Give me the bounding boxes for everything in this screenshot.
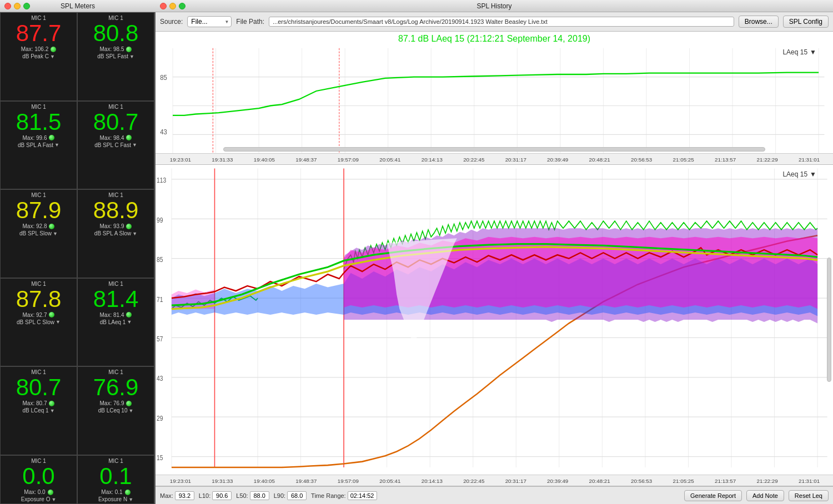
svg-text:43: 43 (160, 128, 167, 137)
spl-meters-title: SPL Meters (61, 2, 95, 10)
meter-indicator-0 (51, 47, 56, 52)
svg-text:99: 99 (157, 216, 163, 224)
meter-value-2: 81.5 (16, 110, 62, 134)
svg-text:20:31:17: 20:31:17 (505, 478, 526, 484)
svg-text:19:23:01: 19:23:01 (170, 478, 191, 484)
chart1-scrollbar[interactable] (223, 147, 765, 152)
svg-text:19:23:01: 19:23:01 (170, 157, 191, 163)
meter-type-arrow-1[interactable]: ▼ (129, 54, 134, 59)
max-label: Max: (160, 492, 173, 499)
maximize-button-left[interactable] (23, 3, 30, 9)
meter-type-1: dB SPL Fast (97, 53, 128, 59)
svg-text:57: 57 (157, 335, 163, 342)
meter-max-row-10: Max: 0.0 (24, 489, 53, 495)
source-label: Source: (160, 18, 183, 26)
meter-indicator-4 (49, 224, 54, 229)
meter-value-6: 87.8 (16, 288, 62, 311)
svg-text:21:13:57: 21:13:57 (715, 478, 736, 484)
source-select-wrapper[interactable]: File... (187, 16, 232, 27)
meter-type-row-1: dB SPL Fast ▼ (97, 53, 134, 59)
meter-max-label-6: Max: 92.7 (23, 312, 47, 318)
time-axis-1-svg: 19:23:01 19:31:33 19:40:05 19:48:37 19:5… (155, 154, 833, 165)
meter-max-label-8: Max: 80.7 (23, 400, 47, 406)
svg-text:21:31:01: 21:31:01 (799, 478, 820, 484)
meter-type-arrow-8[interactable]: ▼ (50, 408, 55, 414)
meter-type-arrow-11[interactable]: ▼ (128, 497, 133, 502)
minimize-button-right[interactable] (169, 3, 176, 9)
minimize-button-left[interactable] (14, 3, 21, 9)
meter-max-label-7: Max: 81.4 (100, 312, 124, 318)
meter-type-arrow-2[interactable]: ▼ (54, 142, 59, 148)
time-axis-2: 19:23:01 19:31:33 19:40:05 19:48:37 19:5… (155, 475, 833, 486)
svg-text:19:57:09: 19:57:09 (338, 157, 359, 163)
filepath-input[interactable] (269, 17, 734, 27)
generate-report-button[interactable]: Generate Report (684, 490, 742, 501)
meter-value-3: 80.7 (93, 110, 139, 134)
meter-max-label-1: Max: 98.5 (100, 46, 124, 52)
meter-type-arrow-10[interactable]: ▼ (51, 497, 56, 502)
svg-text:20:22:45: 20:22:45 (463, 478, 484, 484)
window-controls-left (4, 3, 30, 9)
meter-type-arrow-7[interactable]: ▼ (127, 319, 132, 325)
spl-config-button[interactable]: SPL Config (783, 16, 829, 28)
meter-type-row-5: dB SPL A Slow ▼ (94, 230, 137, 236)
stat-l10: L10: 90.6 (199, 491, 232, 500)
meter-max-label-3: Max: 98.4 (100, 135, 124, 141)
reset-leq-button[interactable]: Reset Leq (789, 490, 829, 501)
maximize-button-right[interactable] (179, 3, 185, 9)
svg-text:113: 113 (157, 176, 166, 184)
meter-type-6: dB SPL C Slow (17, 319, 54, 325)
meter-max-row-9: Max: 76.9 (100, 400, 132, 406)
max-value: 93.2 (175, 491, 194, 500)
meter-max-row-7: Max: 81.4 (100, 312, 132, 318)
meter-type-arrow-5[interactable]: ▼ (132, 231, 137, 236)
time-axis-1: 19:23:01 19:31:33 19:40:05 19:48:37 19:5… (155, 154, 833, 165)
l10-label: L10: (199, 492, 210, 499)
meter-indicator-9 (126, 401, 132, 406)
svg-text:21:05:25: 21:05:25 (673, 157, 694, 163)
meter-max-row-3: Max: 98.4 (100, 135, 132, 141)
spl-meters-panel: MIC 1 87.7 Max: 106.2 dB Peak C ▼ MIC 1 … (0, 12, 155, 504)
svg-text:19:31:33: 19:31:33 (212, 478, 233, 484)
meter-type-arrow-9[interactable]: ▼ (128, 408, 133, 414)
meter-max-row-5: Max: 93.9 (100, 223, 132, 229)
spl-history-panel: Source: File... File Path: Browse... SPL… (155, 12, 833, 504)
meter-indicator-1 (126, 47, 132, 52)
svg-text:20:05:41: 20:05:41 (379, 157, 400, 163)
meter-cell-1: MIC 1 80.8 Max: 98.5 dB SPL Fast ▼ (77, 12, 154, 101)
meter-max-row-2: Max: 99.6 (23, 135, 55, 141)
meter-type-arrow-3[interactable]: ▼ (132, 142, 137, 148)
add-note-button[interactable]: Add Note (746, 490, 784, 501)
meter-max-row-8: Max: 80.7 (23, 400, 55, 406)
meter-type-arrow-6[interactable]: ▼ (56, 319, 61, 325)
meter-type-arrow-4[interactable]: ▼ (53, 231, 58, 236)
stat-time-range: Time Range: 02:14:52 (311, 491, 377, 500)
svg-text:19:48:37: 19:48:37 (295, 157, 317, 163)
meter-value-9: 76.9 (93, 376, 139, 399)
meter-type-row-4: dB SPL Slow ▼ (19, 230, 58, 236)
svg-text:19:57:09: 19:57:09 (338, 478, 359, 484)
meter-cell-2: MIC 1 81.5 Max: 99.6 dB SPL A Fast ▼ (0, 101, 77, 190)
spl-history-title: SPL History (477, 2, 512, 10)
status-bar: Max: 93.2 L10: 90.6 L50: 88.0 L90: 68.0 … (155, 486, 833, 504)
meter-max-row-0: Max: 106.2 (21, 46, 56, 52)
svg-text:21:13:57: 21:13:57 (715, 157, 736, 163)
window-controls-right (160, 3, 185, 9)
meter-value-8: 80.7 (16, 376, 62, 399)
history-toolbar: Source: File... File Path: Browse... SPL… (155, 12, 833, 32)
meter-type-row-11: Exposure N ▼ (98, 496, 133, 502)
svg-text:20:39:49: 20:39:49 (547, 478, 568, 484)
meter-type-arrow-0[interactable]: ▼ (50, 54, 55, 59)
stat-max: Max: 93.2 (160, 491, 194, 500)
browse-button[interactable]: Browse... (739, 16, 779, 28)
svg-text:20:56:53: 20:56:53 (631, 478, 652, 484)
chart2-scrollbar-right[interactable] (827, 258, 831, 381)
meter-indicator-11 (125, 490, 131, 495)
close-button-right[interactable] (160, 3, 167, 9)
svg-text:20:48:21: 20:48:21 (589, 157, 610, 163)
close-button-left[interactable] (4, 3, 11, 9)
meter-indicator-6 (49, 312, 54, 317)
meter-cell-3: MIC 1 80.7 Max: 98.4 dB SPL C Fast ▼ (77, 101, 154, 190)
meter-type-row-7: dB LAeq 1 ▼ (100, 319, 132, 325)
source-select[interactable]: File... (187, 16, 232, 27)
